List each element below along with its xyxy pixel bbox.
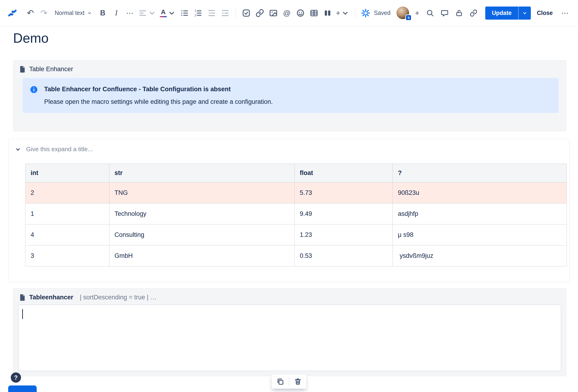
document-icon <box>19 294 25 301</box>
link-icon <box>255 9 264 17</box>
bullet-list-button[interactable] <box>179 7 191 19</box>
table-row: 3 GmbH 0.53 ysdvßm9juz <box>25 245 567 267</box>
numbered-list-icon: 12 <box>194 9 202 17</box>
copy-button[interactable] <box>274 376 286 387</box>
macro-title: Tableenhancer <box>29 294 73 301</box>
update-button[interactable]: Update <box>485 6 518 20</box>
table-cell[interactable]: 4 <box>25 225 109 245</box>
table-cell[interactable]: asdjhfp <box>393 203 567 225</box>
more-formatting-button[interactable]: ⋯ <box>124 7 136 19</box>
redo-button[interactable]: ↷ <box>38 7 50 19</box>
info-icon <box>30 85 38 94</box>
table-cell[interactable]: Consulting <box>109 225 295 245</box>
insert-more-dropdown[interactable]: + <box>335 7 351 19</box>
text-style-label: Normal text <box>55 10 85 16</box>
confluence-logo-icon[interactable] <box>7 8 18 18</box>
table-cell[interactable]: 0.53 <box>295 245 393 267</box>
copy-link-button[interactable] <box>468 7 480 19</box>
table-cell[interactable]: 90ß23u <box>393 183 567 203</box>
search-icon <box>426 9 434 17</box>
node-actions-toolbar <box>272 374 306 389</box>
sync-status-icon <box>360 7 372 19</box>
chevron-down-icon <box>522 10 528 16</box>
indent-button[interactable] <box>219 7 231 19</box>
delete-button[interactable] <box>292 376 304 387</box>
toolbar-overflow-button[interactable]: ⋯ <box>559 7 571 19</box>
toolbar-divider <box>289 377 289 386</box>
image-icon <box>269 9 278 17</box>
table-cell[interactable]: 9.49 <box>295 203 393 225</box>
insert-link-button[interactable] <box>254 7 266 19</box>
info-panel-text: Table Enhancer for Confluence - Table Co… <box>44 85 273 106</box>
table-cell[interactable]: GmbH <box>109 245 295 267</box>
restrictions-button[interactable] <box>453 7 465 19</box>
table-row: 2 TNG 5.73 90ß23u <box>25 183 567 203</box>
info-panel: Table Enhancer for Confluence - Table Co… <box>23 78 559 113</box>
expand-toggle[interactable]: Give this expand a title... <box>8 146 569 153</box>
mention-button[interactable]: @ <box>281 7 293 19</box>
editor-toolbar: ↶ ↷ Normal text B I ⋯ A 12 <box>0 0 578 26</box>
toolbar-divider <box>236 8 236 18</box>
insert-table-button[interactable] <box>308 7 320 19</box>
undo-button[interactable]: ↶ <box>24 7 37 19</box>
data-table: int str float ? 2 TNG 5.73 90ß23u 1 Tech… <box>25 163 567 267</box>
invite-button[interactable]: + <box>411 7 423 19</box>
macro-body: Table Enhancer for Confluence - Table Co… <box>13 76 566 131</box>
table-cell[interactable]: 5.73 <box>295 183 393 203</box>
close-button[interactable]: Close <box>533 10 557 16</box>
collaborator-avatar[interactable]: S <box>396 6 410 20</box>
help-button[interactable]: ? <box>11 372 21 383</box>
page-title[interactable]: Demo <box>13 30 578 46</box>
update-split-button: Update <box>485 6 531 20</box>
text-cursor <box>22 309 23 319</box>
info-panel-title: Table Enhancer for Confluence - Table Co… <box>44 85 273 93</box>
table-cell[interactable]: TNG <box>109 183 295 203</box>
text-style-dropdown[interactable]: Normal text <box>53 7 94 19</box>
svg-text:2: 2 <box>194 13 196 17</box>
numbered-list-button[interactable]: 12 <box>192 7 204 19</box>
outdent-button[interactable] <box>206 7 218 19</box>
macro-params: | sortDescending = true | … <box>80 294 156 301</box>
italic-button[interactable]: I <box>110 7 122 19</box>
share-link-icon <box>470 9 478 17</box>
text-color-icon: A <box>160 9 167 17</box>
table-cell[interactable]: ysdvßm9juz <box>393 245 567 267</box>
toolbar-right-group: Update Close ⋯ <box>424 6 571 20</box>
task-list-button[interactable] <box>240 7 252 19</box>
bold-button[interactable]: B <box>97 7 109 19</box>
macro-editor-area[interactable] <box>18 305 561 371</box>
table-header-cell[interactable]: float <box>295 164 393 183</box>
text-color-dropdown[interactable]: A <box>159 7 177 19</box>
search-button[interactable] <box>424 7 436 19</box>
table-cell[interactable]: 1 <box>25 203 109 225</box>
macro-header[interactable]: Tableenhancer | sortDescending = true | … <box>13 289 566 304</box>
table-header-cell[interactable]: int <box>25 164 109 183</box>
emoji-button[interactable] <box>294 7 306 19</box>
table-cell[interactable]: 3 <box>25 245 109 267</box>
table-cell[interactable]: 1.23 <box>295 225 393 245</box>
macro-header[interactable]: Table Enhancer <box>13 60 566 76</box>
table-cell[interactable]: Technology <box>109 203 295 225</box>
chevron-down-icon <box>341 9 350 17</box>
table-header-row: int str float ? <box>25 164 567 183</box>
toolbar-left-group: ↶ ↷ Normal text B I ⋯ A 12 <box>7 6 424 20</box>
editor-content: Demo Table Enhancer Table Enhancer for C… <box>0 30 578 376</box>
table-header-cell[interactable]: ? <box>393 164 567 183</box>
task-checkbox-icon <box>242 9 251 17</box>
chevron-down-icon <box>87 10 92 16</box>
comments-button[interactable] <box>438 7 451 19</box>
bullet-list-icon <box>180 9 189 17</box>
layouts-button[interactable] <box>322 7 334 19</box>
outdent-icon <box>207 9 216 17</box>
chevron-down-icon <box>167 9 176 17</box>
insert-image-button[interactable] <box>267 7 279 19</box>
save-status-label: Saved <box>374 10 391 16</box>
table-cell[interactable]: 2 <box>25 183 109 203</box>
copy-icon <box>276 378 284 386</box>
table-cell[interactable]: µ s98 <box>393 225 567 245</box>
expand-title-placeholder[interactable]: Give this expand a title... <box>26 146 93 153</box>
table-header-cell[interactable]: str <box>109 164 295 183</box>
update-options-button[interactable] <box>518 6 531 20</box>
columns-layout-icon <box>323 9 332 17</box>
alignment-dropdown[interactable] <box>137 7 157 19</box>
